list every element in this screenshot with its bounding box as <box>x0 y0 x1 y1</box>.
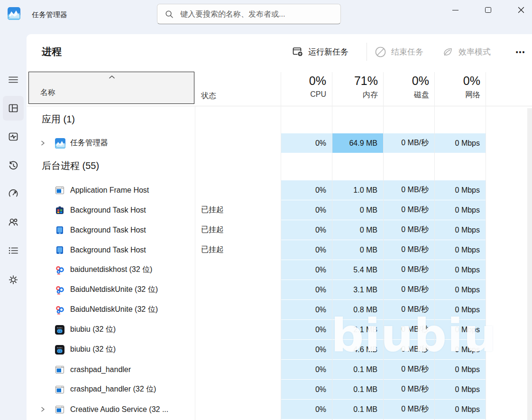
expand-chevron-icon[interactable] <box>40 140 55 146</box>
table-row[interactable]: Background Task Host已挂起0%0 MB0 MB/秒0 Mbp… <box>0 220 532 240</box>
cell-disk[interactable]: 0 MB/秒 <box>384 240 434 260</box>
process-name-cell[interactable]: Background Task Host <box>28 200 195 220</box>
process-name-cell[interactable]: Application Frame Host <box>28 180 195 200</box>
cell-memory[interactable]: 0.1 MB <box>332 400 383 419</box>
column-header-cpu[interactable]: 0% CPU <box>276 73 326 99</box>
cell-disk[interactable]: 0 MB/秒 <box>384 300 434 319</box>
table-row[interactable]: biubiubiubiu (32 位)0%4.6 MB0 MB/秒0 Mbps <box>0 340 532 359</box>
column-header-memory[interactable]: 71% 内存 <box>328 73 378 100</box>
cell-cpu[interactable]: 0% <box>281 280 332 299</box>
search-input[interactable] <box>179 9 333 19</box>
process-name-cell[interactable]: BaiduNetdiskUnite (32 位) <box>28 280 195 299</box>
cell-disk[interactable]: 0 MB/秒 <box>384 340 434 359</box>
cell-network[interactable]: 0 Mbps <box>435 380 486 399</box>
hamburger-menu-button[interactable] <box>3 69 24 91</box>
cell-cpu[interactable]: 0% <box>281 300 332 319</box>
group-header[interactable]: 后台进程 (55) <box>42 159 99 172</box>
column-header-status[interactable]: 状态 <box>201 91 216 101</box>
cell-memory[interactable]: 2.1 MB <box>332 320 383 339</box>
cell-network[interactable]: 0 Mbps <box>435 200 486 220</box>
cell-cpu[interactable]: 0% <box>281 400 332 419</box>
cell-network[interactable]: 0 Mbps <box>435 133 486 153</box>
cell-cpu[interactable]: 0% <box>281 240 332 260</box>
cell-disk[interactable]: 0 MB/秒 <box>384 133 434 153</box>
cell-network[interactable]: 0 Mbps <box>435 260 486 280</box>
process-name-cell[interactable]: crashpad_handler <box>28 360 195 379</box>
table-row[interactable]: Background Task Host已挂起0%0 MB0 MB/秒0 Mbp… <box>0 240 532 260</box>
vertical-scrollbar[interactable] <box>527 108 532 420</box>
more-options-button[interactable]: ••• <box>510 44 531 61</box>
cell-disk[interactable]: 0 MB/秒 <box>384 220 434 240</box>
table-row[interactable]: crashpad_handler (32 位)0%0.1 MB0 MB/秒0 M… <box>0 380 532 399</box>
cell-cpu[interactable]: 0% <box>281 220 332 240</box>
table-row[interactable]: Background Task Host已挂起0%0 MB0 MB/秒0 Mbp… <box>0 200 532 220</box>
cell-memory[interactable]: 64.9 MB <box>332 133 383 153</box>
table-row[interactable]: Creative Audio Service (32 ...0%0.1 MB0 … <box>0 400 532 419</box>
sidebar-item-app-history[interactable] <box>3 155 24 177</box>
cell-cpu[interactable]: 0% <box>281 180 332 200</box>
table-row[interactable]: BaiduNetdiskUnite (32 位)0%0.8 MB0 MB/秒0 … <box>0 300 532 319</box>
cell-network[interactable]: 0 Mbps <box>435 180 486 200</box>
table-row[interactable]: crashpad_handler0%0.1 MB0 MB/秒0 Mbps <box>0 360 532 379</box>
cell-disk[interactable]: 0 MB/秒 <box>384 320 434 339</box>
cell-cpu[interactable]: 0% <box>281 200 332 220</box>
cell-disk[interactable]: 0 MB/秒 <box>384 260 434 280</box>
table-row[interactable]: BaiduNetdiskUnite (32 位)0%3.1 MB0 MB/秒0 … <box>0 280 532 299</box>
cell-disk[interactable]: 0 MB/秒 <box>384 280 434 299</box>
end-task-button[interactable]: 结束任务 <box>375 42 423 62</box>
column-header-name[interactable]: 名称 <box>28 72 194 104</box>
maximize-button[interactable] <box>477 0 499 20</box>
cell-disk[interactable]: 0 MB/秒 <box>384 400 434 419</box>
cell-memory[interactable]: 0 MB <box>332 200 383 220</box>
column-header-disk[interactable]: 0% 磁盘 <box>379 73 429 100</box>
table-row[interactable]: 任务管理器0%64.9 MB0 MB/秒0 Mbps <box>0 133 532 153</box>
cell-memory[interactable]: 3.1 MB <box>332 280 383 299</box>
cell-memory[interactable]: 0.8 MB <box>332 300 383 319</box>
cell-cpu[interactable]: 0% <box>281 340 332 359</box>
process-name-cell[interactable]: baidunetdiskhost (32 位) <box>28 260 195 280</box>
cell-network[interactable]: 0 Mbps <box>435 340 486 359</box>
table-row[interactable]: biubiubiubiu (32 位)0%2.1 MB0 MB/秒0 Mbps <box>0 320 532 339</box>
process-name-cell[interactable]: Background Task Host <box>28 240 195 260</box>
cell-disk[interactable]: 0 MB/秒 <box>384 380 434 399</box>
cell-memory[interactable]: 0 MB <box>332 220 383 240</box>
cell-network[interactable]: 0 Mbps <box>435 300 486 319</box>
process-name-cell[interactable]: Background Task Host <box>28 220 195 240</box>
table-row[interactable]: baidunetdiskhost (32 位)0%5.4 MB0 MB/秒0 M… <box>0 260 532 280</box>
cell-network[interactable]: 0 Mbps <box>435 360 486 379</box>
group-header[interactable]: 应用 (1) <box>42 113 75 126</box>
process-name-cell[interactable]: crashpad_handler (32 位) <box>28 380 195 399</box>
cell-network[interactable]: 0 Mbps <box>435 240 486 260</box>
search-box[interactable] <box>157 4 341 24</box>
cell-memory[interactable]: 0.1 MB <box>332 380 383 399</box>
minimize-button[interactable] <box>444 0 466 20</box>
cell-memory[interactable]: 0.1 MB <box>332 360 383 379</box>
cell-disk[interactable]: 0 MB/秒 <box>384 200 434 220</box>
cell-cpu[interactable]: 0% <box>281 133 332 153</box>
cell-disk[interactable]: 0 MB/秒 <box>384 180 434 200</box>
cell-network[interactable]: 0 Mbps <box>435 280 486 299</box>
expand-chevron-icon[interactable] <box>40 406 55 412</box>
cell-memory[interactable]: 4.6 MB <box>332 340 383 359</box>
cell-cpu[interactable]: 0% <box>281 380 332 399</box>
close-button[interactable] <box>510 0 532 20</box>
cell-cpu[interactable]: 0% <box>281 360 332 379</box>
cell-memory[interactable]: 1.0 MB <box>332 180 383 200</box>
column-header-network[interactable]: 0% 网络 <box>430 73 480 100</box>
efficiency-mode-button[interactable]: 效率模式 <box>442 42 491 62</box>
process-name-cell[interactable]: BaiduNetdiskUnite (32 位) <box>28 300 195 319</box>
cell-network[interactable]: 0 Mbps <box>435 220 486 240</box>
cell-network[interactable]: 0 Mbps <box>435 400 486 419</box>
cell-cpu[interactable]: 0% <box>281 260 332 280</box>
process-name-cell[interactable]: biubiubiubiu (32 位) <box>28 320 195 339</box>
cell-disk[interactable]: 0 MB/秒 <box>384 360 434 379</box>
cell-memory[interactable]: 5.4 MB <box>332 260 383 280</box>
process-name-cell[interactable]: Creative Audio Service (32 ... <box>28 400 195 419</box>
cell-memory[interactable]: 0 MB <box>332 240 383 260</box>
process-name-cell[interactable]: biubiubiubiu (32 位) <box>28 340 195 359</box>
cell-network[interactable]: 0 Mbps <box>435 320 486 339</box>
process-name-cell[interactable]: 任务管理器 <box>28 133 195 153</box>
cell-cpu[interactable]: 0% <box>281 320 332 339</box>
sidebar-item-processes[interactable] <box>3 96 24 121</box>
table-row[interactable]: Application Frame Host0%1.0 MB0 MB/秒0 Mb… <box>0 180 532 200</box>
